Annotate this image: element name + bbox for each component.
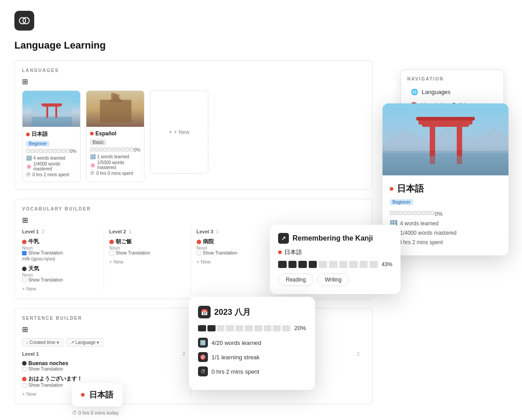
p3: [39, 149, 43, 153]
page-title: Language Learning: [14, 40, 373, 51]
p4: [44, 149, 48, 153]
vocab-item-gyunyu: 牛乳 Noun Show Translation milk (gyuu-nyuu…: [22, 238, 98, 261]
svg-rect-20: [430, 151, 435, 164]
svg-rect-3: [32, 117, 72, 127]
bottom-jp-dot: [81, 393, 85, 397]
languages-grid: 日本語 Beginner 0%: [22, 90, 365, 182]
kanji-skill-buttons: Reading Writing: [278, 273, 392, 286]
calendar-icon: 📅: [198, 306, 211, 318]
date-learning-streak: 🎯 1/1 learning streak: [198, 352, 306, 362]
japanese-card-body: 日本語 Beginner 0%: [22, 127, 80, 182]
p2: [35, 149, 39, 153]
languages-icon: ⊞: [22, 77, 365, 86]
date-progress-bar: 20%: [198, 325, 306, 331]
svg-rect-5: [43, 105, 61, 107]
nav-item-languages[interactable]: 🌐 Languages: [407, 86, 497, 98]
level3-header: Level 3 1: [197, 229, 273, 234]
p1: [31, 149, 35, 153]
reading-skill-button[interactable]: Reading: [278, 273, 314, 286]
spanish-name: Español: [90, 130, 140, 137]
japanese-name: 日本語: [26, 130, 76, 138]
japanese-words-mastered: 🌸 1/4000 words mastered: [26, 161, 76, 171]
p7: [57, 149, 61, 153]
kanji-card: ↗ Remembering the Kanji 日本語 43% Reading …: [270, 225, 400, 294]
date-words-learned: 🔠 4/20 words learned: [198, 338, 306, 348]
jp-detail-dot: [390, 187, 393, 191]
vocab-word-asagohan: 朝ご飯: [109, 238, 185, 246]
japanese-dot: [26, 133, 30, 136]
vocab-add-new-level2[interactable]: + New: [109, 259, 185, 264]
languages-section-label: LANGUAGES: [22, 68, 365, 73]
vocab-icon: ⊞: [22, 216, 365, 224]
date-time-spent: ⏱ 0 hrs 2 mins spent: [198, 366, 306, 376]
japanese-time-spent: ⏱ 0 hrs 2 mins spent: [26, 172, 76, 177]
vocab-section-label: VOCABULARY BUILDER: [22, 206, 365, 211]
spanish-card-image: [86, 91, 144, 127]
vocab-add-new-level1[interactable]: + New: [22, 286, 98, 291]
date-stats-card: 📅 2023 八月 20% 🔠 4/20 words learned 🎯 1/1…: [189, 297, 315, 390]
japanese-detail-name: 日本語: [390, 183, 501, 195]
vocab-word-tenki: 天気: [22, 265, 98, 273]
japanese-words-learned: 🔠 4 words learned: [26, 156, 76, 161]
filter-created-time[interactable]: ↓ Created time ▾: [22, 338, 63, 347]
p8: [61, 149, 65, 153]
svg-rect-7: [55, 107, 57, 118]
lang-card-spanish[interactable]: Español Basic 0%: [86, 90, 144, 182]
svg-rect-21: [457, 151, 462, 164]
svg-rect-9: [100, 100, 131, 122]
svg-rect-14: [382, 151, 508, 175]
vocab-item-asagohan: 朝ご飯 Noun Show Translation: [109, 238, 185, 255]
time-icon: ⏱: [198, 366, 208, 376]
bottom-japanese-card[interactable]: 日本語: [72, 383, 122, 407]
spanish-card-body: Español Basic 0%: [86, 127, 144, 180]
bottom-time-note: ⏱ 0 hrs 0 mins today: [72, 410, 119, 416]
spanish-progress: 0%: [90, 147, 140, 152]
jp-detail-words-learned: 🔠 4 words learned: [390, 220, 501, 227]
kanji-progress-bar: 43%: [278, 261, 392, 268]
sentence-item-buenas: Buenas noches Show Translation: [22, 360, 185, 371]
spanish-badge: Basic: [90, 139, 106, 145]
p6: [53, 149, 57, 153]
date-title: 📅 2023 八月: [198, 306, 306, 318]
svg-rect-11: [111, 93, 115, 102]
app-logo: [14, 11, 34, 31]
japanese-badge: Beginner: [26, 141, 50, 147]
svg-rect-6: [46, 107, 48, 118]
vocab-col-level2: Level 2 1 朝ご飯 Noun Show Translation + Ne…: [104, 229, 191, 291]
kanji-lang-dot: [278, 250, 282, 254]
kanji-title: ↗ Remembering the Kanji: [278, 233, 392, 244]
writing-skill-button[interactable]: Writing: [317, 273, 349, 286]
add-language-button[interactable]: + + New: [150, 90, 208, 174]
svg-rect-17: [422, 124, 469, 127]
filter-language[interactable]: ↗ Language ▾: [67, 338, 103, 347]
japanese-detail-body: 日本語 Beginner 0% 🔠 4 words learned �: [382, 175, 508, 255]
jp-detail-time-spent: ⏱ 0 hrs 2 mins spent: [390, 239, 501, 246]
japanese-progress: 0%: [26, 149, 76, 154]
p5: [48, 149, 52, 153]
svg-rect-12: [117, 94, 119, 101]
jp-detail-badge: Beginner: [390, 199, 413, 205]
vocab-item-byoin: 病院 Noun Show Translation: [197, 238, 273, 255]
svg-rect-22: [416, 117, 475, 121]
spanish-words-learned: 🔠 1 words learned: [90, 154, 140, 159]
vocab-item-tenki: 天気 Noun Show Translation: [22, 265, 98, 282]
vocab-col-level3: Level 3 1 病院 Noun Show Translation + New: [191, 229, 279, 291]
japanese-detail-image: [382, 103, 508, 175]
kanji-title-icon: ↗: [278, 233, 289, 244]
kanji-language: 日本語: [278, 248, 392, 256]
p9: [66, 149, 70, 153]
vocab-word-byoin: 病院: [197, 238, 273, 246]
jp-detail-words-mastered: 🌸 1/4000 words mastered: [390, 229, 501, 237]
vocab-add-new-level3[interactable]: + New: [197, 259, 273, 264]
languages-section: LANGUAGES ⊞: [14, 60, 373, 190]
spanish-words-mastered: 🌸 1/5000 words mastered: [90, 160, 140, 170]
nav-panel-label: NAVIGATION: [407, 76, 497, 81]
japanese-detail-card: 日本語 Beginner 0% 🔠 4 words learned �: [382, 103, 508, 255]
bottom-jp-name: 日本語: [89, 389, 113, 400]
vocab-col-level1: Level 1 2 牛乳 Noun Show Translation milk …: [22, 229, 104, 291]
spanish-time-spent: ⏱ 0 hrs 0 mins spent: [90, 171, 140, 176]
lang-card-japanese[interactable]: 日本語 Beginner 0%: [22, 90, 81, 182]
streak-icon: 🎯: [198, 352, 208, 362]
p0: [26, 149, 30, 153]
spanish-dot: [90, 132, 94, 135]
